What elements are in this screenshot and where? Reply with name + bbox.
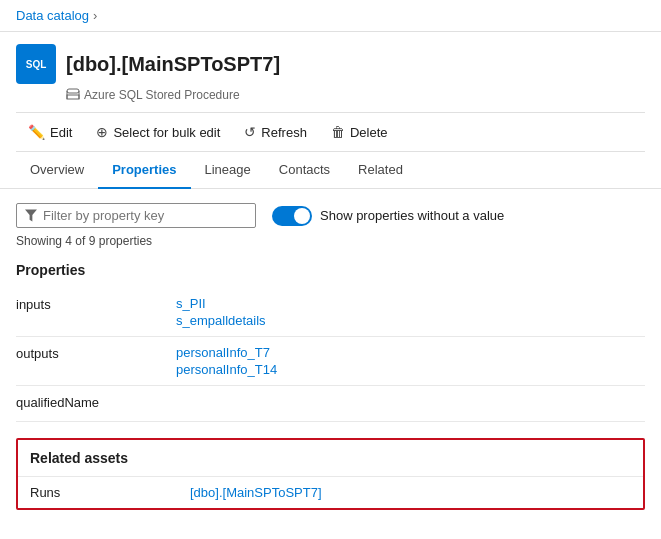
trash-icon: 🗑	[331, 124, 345, 140]
refresh-icon: ↺	[244, 124, 256, 140]
edit-button[interactable]: ✏️ Edit	[16, 119, 84, 145]
bulk-edit-button[interactable]: ⊕ Select for bulk edit	[84, 119, 232, 145]
properties-title: Properties	[16, 262, 645, 278]
tab-overview[interactable]: Overview	[16, 152, 98, 189]
properties-section: Properties inputs s_PII s_empalldetails …	[16, 262, 645, 422]
related-assets-box: Related assets Runs [dbo].[MainSPToSPT7]	[16, 438, 645, 510]
tab-lineage[interactable]: Lineage	[191, 152, 265, 189]
property-key-qualifiedname: qualifiedName	[16, 394, 176, 410]
related-assets-key-runs: Runs	[30, 485, 190, 500]
edit-icon: ✏️	[28, 124, 45, 140]
database-icon	[66, 88, 80, 102]
plus-circle-icon: ⊕	[96, 124, 108, 140]
tab-properties[interactable]: Properties	[98, 152, 190, 189]
svg-marker-4	[25, 210, 37, 222]
breadcrumb-link[interactable]: Data catalog	[16, 8, 89, 23]
toggle-thumb	[294, 208, 310, 224]
asset-title: [dbo].[MainSPToSPT7]	[66, 53, 280, 76]
asset-header: SQL [dbo].[MainSPToSPT7]	[16, 44, 645, 84]
toggle-wrapper: Show properties without a value	[272, 206, 504, 226]
property-key-outputs: outputs	[16, 345, 176, 361]
asset-subtitle-text: Azure SQL Stored Procedure	[84, 88, 240, 102]
tab-related[interactable]: Related	[344, 152, 417, 189]
filter-row: Show properties without a value	[16, 203, 645, 228]
property-row-outputs: outputs personalInfo_T7 personalInfo_T14	[16, 337, 645, 386]
breadcrumb: Data catalog ›	[0, 0, 661, 32]
tab-contacts[interactable]: Contacts	[265, 152, 344, 189]
related-assets-value-runs: [dbo].[MainSPToSPT7]	[190, 485, 322, 500]
property-link-personalinfo-t14[interactable]: personalInfo_T14	[176, 362, 277, 377]
toggle-track	[272, 206, 312, 226]
filter-icon	[25, 209, 37, 222]
property-row-inputs: inputs s_PII s_empalldetails	[16, 288, 645, 337]
tab-bar: Overview Properties Lineage Contacts Rel…	[0, 152, 661, 189]
related-assets-row-runs: Runs [dbo].[MainSPToSPT7]	[18, 477, 643, 508]
property-link-personalinfo-t7[interactable]: personalInfo_T7	[176, 345, 277, 360]
breadcrumb-separator: ›	[93, 8, 97, 23]
showing-count: Showing 4 of 9 properties	[16, 234, 645, 248]
property-values-inputs: s_PII s_empalldetails	[176, 296, 266, 328]
filter-input-wrapper[interactable]	[16, 203, 256, 228]
asset-subtitle: Azure SQL Stored Procedure	[66, 88, 645, 102]
related-assets-header: Related assets	[18, 440, 643, 477]
property-key-inputs: inputs	[16, 296, 176, 312]
related-assets-link-runs[interactable]: [dbo].[MainSPToSPT7]	[190, 485, 322, 500]
content-area: Show properties without a value Showing …	[0, 189, 661, 524]
svg-rect-0	[67, 89, 79, 93]
property-row-qualifiedname: qualifiedName	[16, 386, 645, 422]
refresh-button[interactable]: ↺ Refresh	[232, 119, 319, 145]
filter-input[interactable]	[43, 208, 247, 223]
show-without-value-toggle[interactable]	[272, 206, 312, 226]
asset-header-section: SQL [dbo].[MainSPToSPT7] Azure SQL Store…	[0, 32, 661, 152]
property-link-s-pii[interactable]: s_PII	[176, 296, 266, 311]
toolbar: ✏️ Edit ⊕ Select for bulk edit ↺ Refresh…	[16, 112, 645, 152]
property-link-s-empalldetails[interactable]: s_empalldetails	[176, 313, 266, 328]
svg-rect-3	[67, 95, 79, 99]
delete-button[interactable]: 🗑 Delete	[319, 119, 400, 145]
sql-icon: SQL	[16, 44, 56, 84]
property-values-outputs: personalInfo_T7 personalInfo_T14	[176, 345, 277, 377]
toggle-label: Show properties without a value	[320, 208, 504, 223]
